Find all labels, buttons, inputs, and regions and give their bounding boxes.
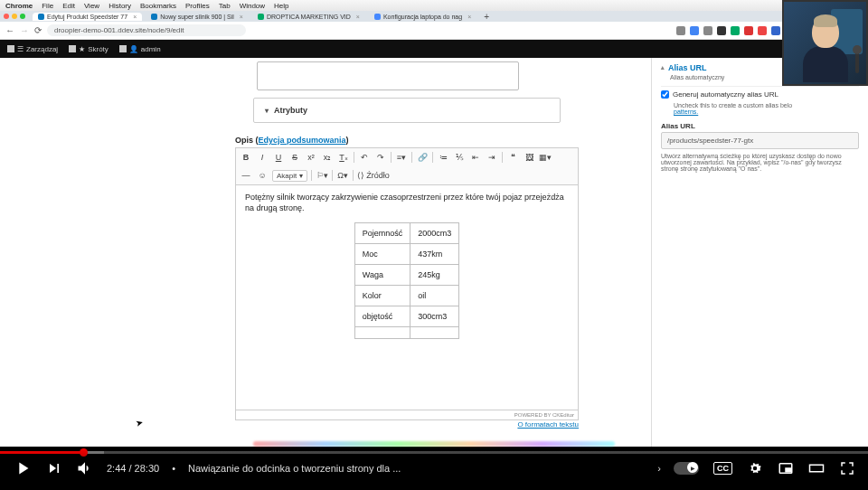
undo-button[interactable]: ↶	[358, 151, 371, 164]
hr-button[interactable]: —	[240, 169, 252, 182]
special-button[interactable]: Ω▾	[336, 169, 349, 182]
language-button[interactable]: ⚐▾	[316, 169, 328, 182]
image-button[interactable]: 🖼	[523, 151, 535, 164]
ext-icon[interactable]	[717, 26, 726, 35]
macos-menubar: Chrome File Edit View History Bookmarks …	[0, 0, 868, 11]
close-icon[interactable]: ×	[133, 14, 137, 20]
editor-paragraph[interactable]: Potężny silnik tworzący zakrzywienie cza…	[245, 193, 569, 213]
channel-watermark[interactable]	[830, 410, 855, 436]
page-content: Atrybuty Opis (Edycja podsumowania) B I …	[0, 58, 868, 447]
back-button[interactable]: ←	[5, 25, 14, 35]
ublock-icon[interactable]	[744, 26, 753, 35]
ext-icon[interactable]	[771, 26, 780, 35]
alias-desc: Utwórz alternatywną ścieżkę po której uz…	[661, 153, 859, 172]
ext-icon[interactable]	[676, 26, 685, 35]
toolbar-shortcuts[interactable]: ★ Skróty	[69, 45, 108, 53]
toolbar-user[interactable]: 👤 admin	[119, 45, 161, 53]
menu-tab[interactable]: Tab	[219, 2, 231, 10]
table-button[interactable]: ▦▾	[539, 151, 552, 164]
close-icon[interactable]: ×	[467, 14, 471, 20]
tab-1[interactable]: Edytuj Produkt Speedster 77×	[33, 13, 142, 21]
editor-table[interactable]: Pojemność2000cm3 Moc437km Waga245kg Kolo…	[354, 222, 460, 339]
link-button[interactable]: 🔗	[416, 151, 429, 164]
underline-button[interactable]: U	[272, 151, 285, 164]
play-button[interactable]	[13, 458, 33, 478]
ext-icon[interactable]	[731, 26, 740, 35]
new-tab-button[interactable]: +	[480, 12, 493, 22]
reload-button[interactable]: ⟳	[34, 25, 42, 35]
window-controls[interactable]	[4, 14, 25, 19]
indent-button[interactable]: ⇥	[486, 151, 498, 164]
auto-alias-hint: Uncheck this to create a custom alias be…	[674, 102, 859, 115]
edit-summary-link[interactable]: Edycja podsumowania	[259, 136, 346, 145]
table-row	[354, 327, 459, 339]
menu-profiles[interactable]: Profiles	[185, 2, 210, 10]
subtitles-button[interactable]: CC	[713, 462, 732, 475]
align-button[interactable]: ≡▾	[395, 151, 408, 164]
youtube-chapter-title[interactable]: Nawiązanie do odcinka o tworzeniu strony…	[188, 463, 645, 474]
bold-button[interactable]: B	[240, 151, 252, 164]
menu-help[interactable]: Help	[274, 2, 288, 10]
number-list-button[interactable]: ⅕	[453, 151, 466, 164]
volume-button[interactable]	[76, 459, 94, 477]
menu-edit[interactable]: Edit	[62, 2, 75, 10]
ckeditor-toolbar: B I U S x² x₂ Tₓ ↶ ↷ ≡▾ 🔗 ≔ ⅕ ⇤ ⇥ ❝ 🖼 ▦▾…	[235, 147, 579, 184]
browser-urlbar-row: ← → ⟳ droopier-demo-001.ddev.site/node/9…	[0, 22, 868, 40]
menu-bookmarks[interactable]: Bookmarks	[140, 2, 176, 10]
heading-select[interactable]: Akapit ▾	[272, 170, 307, 182]
tab-3[interactable]: DROPTICA MARKETING VID×	[252, 13, 365, 21]
menu-file[interactable]: File	[42, 2, 53, 10]
svg-rect-2	[810, 465, 824, 472]
quote-button[interactable]: ❝	[506, 151, 519, 164]
source-button[interactable]: ⟨⟩ Źródło	[357, 169, 390, 182]
attributes-details[interactable]: Atrybuty	[253, 98, 561, 123]
table-row: Waga245kg	[354, 265, 459, 286]
youtube-controls: 2:44 / 28:30 • Nawiązanie do odcinka o t…	[0, 447, 868, 490]
outdent-button[interactable]: ⇤	[469, 151, 482, 164]
text-input[interactable]	[257, 61, 519, 90]
toolbar-manage[interactable]: ☰ Zarządzaj	[7, 45, 58, 53]
italic-button[interactable]: I	[256, 151, 269, 164]
patterns-link[interactable]: patterns.	[674, 108, 698, 115]
special-char-button[interactable]: ☺	[256, 169, 269, 182]
address-bar[interactable]: droopier-demo-001.ddev.site/node/9/edit	[47, 24, 246, 36]
miniplayer-button[interactable]	[778, 460, 794, 476]
close-icon[interactable]: ×	[240, 14, 243, 20]
bullet-list-button[interactable]: ≔	[437, 151, 449, 164]
menu-window[interactable]: Window	[240, 2, 265, 10]
chevron-right-icon[interactable]: ›	[657, 463, 661, 474]
autoplay-toggle[interactable]	[674, 462, 699, 475]
text-formats-link[interactable]: O formatach tekstu	[517, 420, 579, 429]
clear-format-button[interactable]: Tₓ	[337, 151, 350, 164]
close-icon[interactable]: ×	[356, 14, 360, 20]
webcam-overlay	[782, 0, 868, 86]
superscript-button[interactable]: x²	[305, 151, 317, 164]
tab-2[interactable]: Nowy super silnik 900 | Sil×	[146, 13, 249, 21]
alias-url-input[interactable]	[661, 132, 859, 149]
drupal-toolbar: ☰ Zarządzaj ★ Skróty 👤 admin	[0, 40, 868, 58]
menubar-app[interactable]: Chrome	[5, 2, 33, 10]
strike-button[interactable]: S	[288, 151, 301, 164]
next-button[interactable]	[45, 459, 63, 477]
auto-alias-input[interactable]	[661, 90, 669, 99]
settings-button[interactable]	[747, 460, 763, 476]
node-sidebar: Alias URL Alias automatyczny Generuj aut…	[651, 58, 868, 447]
subscript-button[interactable]: x₂	[321, 151, 334, 164]
tab-4[interactable]: Konfiguracja laptopa do nag×	[369, 13, 476, 21]
theater-button[interactable]	[808, 460, 825, 476]
menu-history[interactable]: History	[108, 2, 131, 10]
auto-alias-checkbox[interactable]: Generuj automatyczny alias URL	[661, 90, 859, 99]
alias-url-label: Alias URL	[661, 122, 859, 130]
table-row: Pojemność2000cm3	[354, 223, 459, 244]
translate-icon[interactable]	[690, 26, 699, 35]
fullscreen-button[interactable]	[839, 460, 855, 476]
bookmark-icon[interactable]	[703, 26, 712, 35]
redo-button[interactable]: ↷	[374, 151, 387, 164]
ext-icon[interactable]	[758, 26, 767, 35]
menu-view[interactable]: View	[84, 2, 99, 10]
table-row: objętość300cm3	[354, 306, 459, 327]
ckeditor-body[interactable]: Potężny silnik tworzący zakrzywienie cza…	[235, 184, 579, 410]
table-row: Moc437km	[354, 244, 459, 265]
forward-button[interactable]: →	[20, 25, 29, 35]
svg-rect-1	[786, 468, 790, 472]
